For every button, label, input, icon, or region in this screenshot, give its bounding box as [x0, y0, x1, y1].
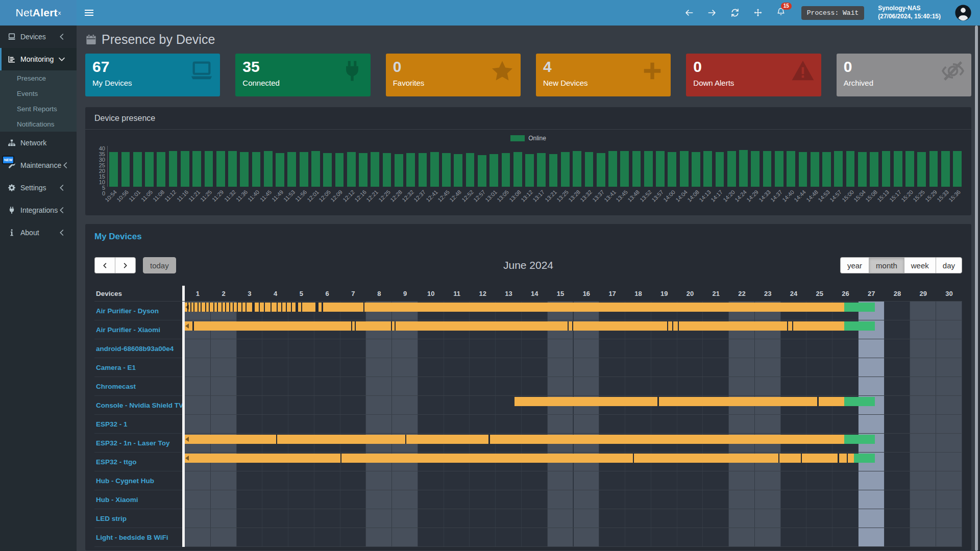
presence-bar-current[interactable]	[844, 303, 875, 312]
sidebar-item-label: Integrations	[20, 206, 58, 214]
presence-bar-past[interactable]	[185, 454, 854, 463]
chart-bar	[155, 146, 167, 187]
presence-bar-past[interactable]	[185, 435, 844, 444]
gantt-row	[185, 320, 962, 339]
stat-card-down-alerts[interactable]: 0Down Alerts	[686, 54, 821, 96]
calendar-view-day-button[interactable]: day	[936, 257, 962, 273]
day-header-28: 28	[885, 286, 911, 301]
sitemap-icon	[8, 139, 16, 147]
chevron-left-icon	[61, 161, 69, 169]
calendar-view-week-button[interactable]: week	[904, 257, 936, 273]
presence-bar-current[interactable]	[844, 435, 875, 444]
user-avatar[interactable]	[954, 4, 972, 21]
x-tick: 15:36	[951, 187, 963, 213]
chart-bar	[452, 146, 464, 187]
chevron-down-icon	[58, 55, 66, 63]
presence-bar-current[interactable]	[844, 397, 875, 406]
presence-bar-current[interactable]	[844, 321, 875, 331]
offline-gap	[568, 321, 569, 331]
sidebar-item-label: Settings	[20, 184, 46, 192]
device-link[interactable]: Light - bedside B WiFi	[94, 528, 182, 547]
submenu-item-notifications[interactable]: Notifications	[0, 116, 77, 132]
page-title-text: Presence by Device	[102, 32, 215, 47]
offline-gap	[395, 321, 396, 331]
chart-bar	[405, 146, 416, 187]
nav-back-icon[interactable]	[684, 8, 694, 17]
sidebar-item-integrations[interactable]: Integrations	[0, 199, 77, 221]
sidebar-item-network[interactable]: Network	[0, 132, 77, 154]
submenu-monitoring: PresenceEventsSent ReportsNotifications	[0, 70, 77, 132]
day-header-14: 14	[522, 286, 548, 301]
submenu-item-events[interactable]: Events	[0, 86, 77, 101]
device-link[interactable]: ESP32 - ttgo	[94, 453, 182, 471]
nav-forward-icon[interactable]	[707, 8, 717, 17]
app-logo[interactable]: NetAlertx	[0, 0, 77, 26]
chart-bar	[381, 146, 393, 187]
stat-card-my-devices[interactable]: 67My Devices	[85, 54, 220, 96]
device-link[interactable]: Camera - E1	[94, 358, 182, 377]
presence-bar-current[interactable]	[854, 454, 875, 463]
day-header-20: 20	[677, 286, 703, 301]
offline-gap	[277, 303, 278, 312]
scrollbar-thumb[interactable]	[975, 26, 978, 551]
chart-bar	[179, 146, 191, 187]
presence-bar-past[interactable]	[514, 397, 844, 406]
chart-bar	[738, 146, 749, 187]
offline-gap	[405, 435, 406, 444]
stat-card-archived[interactable]: 0Archived	[837, 54, 971, 96]
notifications-bell[interactable]: 15	[776, 7, 786, 18]
offline-gap	[672, 321, 673, 331]
chart-bar	[666, 146, 678, 187]
host-name: Synology-NAS	[878, 5, 941, 13]
device-link[interactable]: LED strip	[94, 509, 182, 528]
devices-column-header: Devices	[94, 286, 182, 301]
device-link[interactable]: android-68608b93a00e4	[94, 339, 182, 358]
chart-bar	[108, 146, 119, 187]
chevron-right-icon	[122, 262, 129, 269]
offline-gap	[217, 303, 218, 312]
device-link[interactable]: ESP32 - 1n - Laser Toy	[94, 434, 182, 453]
chart-bar	[416, 146, 428, 187]
calendar-prev-button[interactable]	[94, 257, 115, 273]
offline-gap	[259, 303, 260, 312]
sidebar-item-devices[interactable]: Devices	[0, 26, 77, 48]
chart-bar	[654, 146, 666, 187]
stat-card-new-devices[interactable]: 4New Devices	[536, 54, 671, 96]
offline-gap	[213, 303, 214, 312]
chart-bar	[951, 146, 963, 187]
chart-bar	[916, 146, 927, 187]
stat-card-connected[interactable]: 35Connected	[235, 54, 370, 96]
calendar-next-button[interactable]	[115, 257, 136, 273]
sidebar-item-maintenance[interactable]: NEWMaintenance	[0, 154, 77, 177]
presence-bar-past[interactable]	[185, 303, 844, 312]
chart-bar	[191, 146, 203, 187]
my-devices-panel: My Devices June 2024 today yearmonthweek…	[85, 224, 971, 550]
offline-gap	[190, 303, 191, 312]
submenu-item-presence[interactable]: Presence	[0, 70, 77, 86]
chart-bar	[440, 146, 452, 187]
sidebar-toggle-button[interactable]	[77, 0, 101, 26]
y-tick-label: 0	[102, 191, 105, 196]
device-link[interactable]: Chromecast	[94, 377, 182, 396]
device-link[interactable]: Air Purifier - Xiaomi	[94, 320, 182, 339]
calendar-view-year-button[interactable]: year	[840, 257, 869, 273]
calendar-view-month-button[interactable]: month	[869, 257, 904, 273]
continues-before-arrow-icon	[185, 323, 189, 329]
presence-bar-past[interactable]	[185, 321, 844, 331]
refresh-icon[interactable]	[730, 8, 740, 17]
move-pan-icon[interactable]	[753, 8, 763, 17]
device-link[interactable]: Air Purifier - Dyson	[94, 302, 182, 320]
chart-bar	[262, 146, 274, 187]
submenu-item-sent-reports[interactable]: Sent Reports	[0, 101, 77, 116]
sidebar-item-about[interactable]: About	[0, 221, 77, 244]
device-link[interactable]: Hub - Cygnet Hub	[94, 471, 182, 490]
device-link[interactable]: Console - Nvidia Shield TV	[94, 396, 182, 415]
sidebar-item-monitoring[interactable]: Monitoring	[0, 48, 77, 70]
stat-card-favorites[interactable]: 0Favorites	[386, 54, 521, 96]
day-header-2: 2	[211, 286, 237, 301]
sidebar-item-settings[interactable]: Settings	[0, 177, 77, 199]
device-link[interactable]: ESP32 - 1	[94, 415, 182, 434]
day-header-6: 6	[314, 286, 340, 301]
page-scrollbar	[974, 26, 980, 551]
device-link[interactable]: Hub - Xiaomi	[94, 490, 182, 509]
